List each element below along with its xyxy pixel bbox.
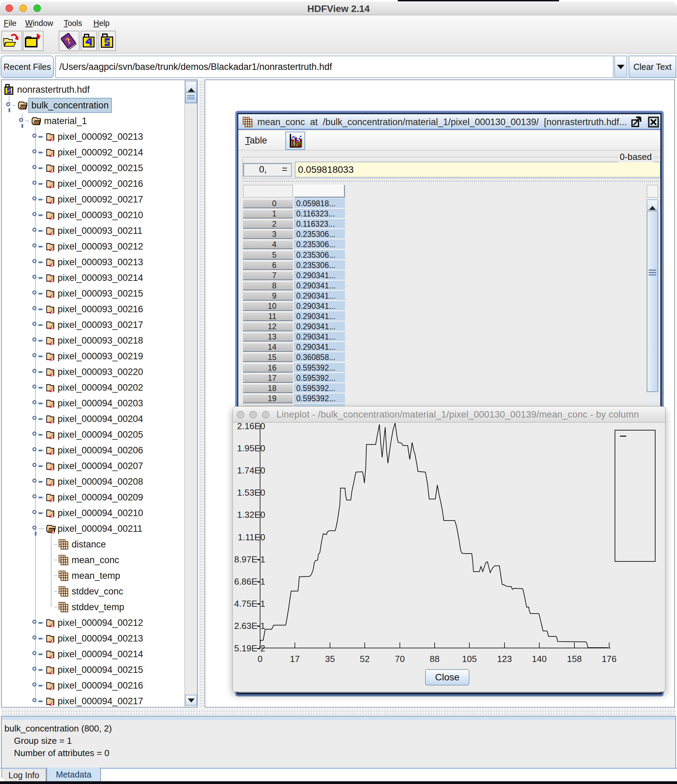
svg-text:A: A xyxy=(51,357,53,361)
svg-text:105: 105 xyxy=(462,654,476,664)
svg-text:A: A xyxy=(51,389,53,393)
svg-text:A: A xyxy=(51,373,53,377)
svg-text:70: 70 xyxy=(395,654,405,664)
svg-text:A: A xyxy=(51,686,53,691)
svg-text:A: A xyxy=(51,169,53,173)
svg-text:1.53E0: 1.53E0 xyxy=(237,487,265,498)
svg-text:A: A xyxy=(51,247,53,252)
svg-text:A: A xyxy=(51,216,53,220)
svg-text:2.16E0: 2.16E0 xyxy=(237,421,265,431)
svg-text:158: 158 xyxy=(567,654,582,664)
svg-text:A: A xyxy=(51,294,53,299)
svg-text:A: A xyxy=(51,420,53,424)
svg-text:A: A xyxy=(51,404,53,408)
svg-text:A: A xyxy=(51,310,53,314)
svg-text:1.11E0: 1.11E0 xyxy=(238,532,265,542)
svg-text:0: 0 xyxy=(258,654,263,664)
svg-text:52: 52 xyxy=(360,654,370,664)
svg-text:A: A xyxy=(51,639,53,644)
svg-text:8.97E-1: 8.97E-1 xyxy=(234,554,265,565)
svg-text:A: A xyxy=(51,671,53,675)
svg-text:A: A xyxy=(51,138,53,142)
svg-text:1.95E0: 1.95E0 xyxy=(237,443,265,453)
svg-text:A: A xyxy=(51,342,53,345)
svg-text:5.19E-2: 5.19E-2 xyxy=(234,643,265,653)
svg-text:A: A xyxy=(51,436,53,440)
svg-text:17: 17 xyxy=(290,654,300,664)
svg-text:2.63E-1: 2.63E-1 xyxy=(234,621,265,631)
svg-text:A: A xyxy=(51,702,53,706)
svg-text:A: A xyxy=(51,263,53,267)
svg-text:A: A xyxy=(52,530,54,534)
svg-text:A: A xyxy=(51,624,53,628)
svg-text:A: A xyxy=(51,498,53,502)
svg-text:A: A xyxy=(51,153,53,157)
svg-text:A: A xyxy=(51,514,53,518)
svg-text:176: 176 xyxy=(602,654,616,664)
svg-text:1.74E0: 1.74E0 xyxy=(237,465,265,476)
svg-text:A: A xyxy=(51,467,53,471)
svg-text:A: A xyxy=(51,279,53,283)
svg-text:A: A xyxy=(51,201,53,205)
svg-text:123: 123 xyxy=(497,654,512,664)
svg-text:A: A xyxy=(51,483,53,487)
svg-text:A: A xyxy=(51,185,53,189)
svg-text:88: 88 xyxy=(430,654,440,664)
svg-text:4.75E-1: 4.75E-1 xyxy=(234,599,265,609)
svg-text:A: A xyxy=(51,326,53,330)
svg-text:1.32E0: 1.32E0 xyxy=(237,510,265,520)
svg-text:A: A xyxy=(51,655,53,659)
svg-text:140: 140 xyxy=(532,654,546,664)
svg-text:6.86E-1: 6.86E-1 xyxy=(234,576,265,586)
svg-text:A: A xyxy=(51,232,53,236)
svg-text:A: A xyxy=(51,451,53,456)
svg-text:35: 35 xyxy=(325,654,335,664)
